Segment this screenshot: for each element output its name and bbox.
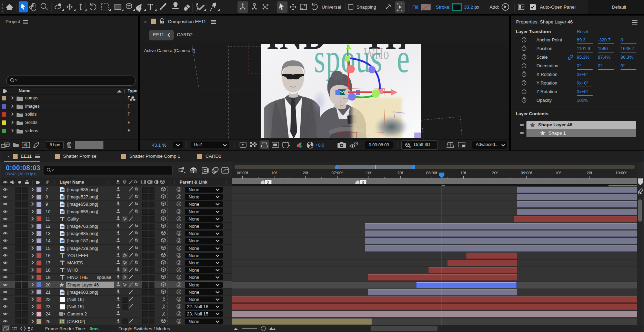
svg-text:Snapping: Snapping — [356, 4, 376, 10]
svg-text:Add:: Add: — [490, 4, 499, 10]
svg-text:33.2: 33.2 — [464, 4, 473, 10]
svg-text:T: T — [148, 2, 153, 12]
svg-text:e: e — [397, 41, 410, 81]
svg-text:Stroke:: Stroke: — [436, 4, 451, 10]
svg-text:Auto-Open Panel: Auto-Open Panel — [540, 4, 576, 10]
svg-text:px: px — [474, 4, 480, 10]
svg-text:Fill:: Fill: — [412, 4, 420, 10]
svg-text:Universal: Universal — [322, 4, 341, 10]
svg-text:Default: Default — [612, 4, 626, 10]
